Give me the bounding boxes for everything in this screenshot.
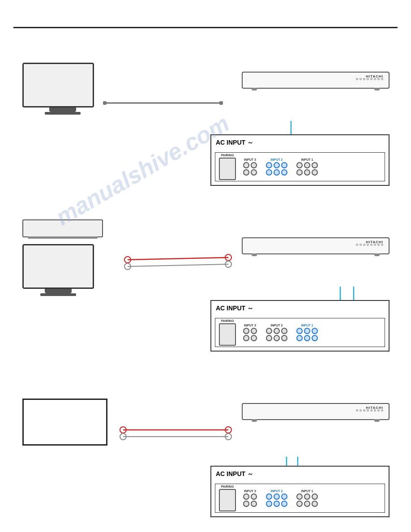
port [296, 501, 303, 507]
input3-group-2: INPUT 3 [243, 324, 257, 341]
dot [360, 409, 362, 412]
dot [377, 244, 380, 246]
port [304, 501, 310, 507]
input2-label-3: INPUT 2 [271, 489, 283, 493]
input3-ports-top-2 [243, 328, 257, 334]
port-blue [274, 493, 280, 500]
input1-ports-top-3 [296, 493, 318, 500]
dvd-player-2 [22, 219, 103, 237]
dot [374, 409, 376, 412]
input1-group-3: INPUT 1 [296, 489, 318, 507]
input2-label-1: INPUT 2 [271, 158, 283, 161]
pairing-btn-2 [219, 323, 236, 346]
hitachi-bar-3: HITACHI [242, 403, 390, 420]
port [274, 328, 280, 334]
port [266, 328, 272, 334]
svg-rect-2 [219, 101, 223, 105]
input3-ports-top-1 [243, 162, 257, 168]
port [243, 493, 249, 500]
foot [252, 88, 257, 90]
port [243, 169, 249, 176]
port [296, 493, 303, 500]
port [312, 169, 318, 176]
port-blue [266, 493, 272, 500]
ac-input-label-2: AC INPUT ～ [216, 305, 253, 313]
svg-point-15 [120, 433, 126, 440]
input3-label-2: INPUT 3 [244, 324, 256, 327]
input1-label-3: INPUT 1 [301, 489, 313, 493]
tv-base-2 [40, 293, 76, 296]
port-blue [274, 169, 280, 176]
tv-screen-1 [22, 63, 94, 107]
input1-ports-top-2 [296, 328, 318, 334]
input2-ports-bottom-2 [266, 335, 287, 341]
input-panel-2: AC INPUT ～ PAIRING INPUT 3 INPUT 2 [210, 300, 390, 352]
panel-inner-2: PAIRING INPUT 3 INPUT 2 [215, 318, 385, 347]
port-blue [266, 501, 272, 507]
dot [360, 78, 362, 80]
port [281, 335, 287, 341]
bar-feet-1 [243, 88, 389, 90]
input1-ports-bottom-3 [296, 501, 318, 507]
input3-ports-bottom-2 [243, 335, 257, 341]
pairing-btn-3 [219, 489, 236, 511]
input1-label-1: INPUT 1 [301, 158, 313, 161]
port [243, 328, 249, 334]
dot [381, 244, 383, 246]
pairing-label-3: PAIRING [221, 485, 234, 488]
tv-base-1 [45, 112, 81, 115]
input3-group-1: INPUT 3 [243, 158, 257, 176]
dot [370, 409, 372, 412]
input2-ports-top-2 [266, 328, 287, 334]
bar-dots-3 [356, 409, 383, 412]
svg-point-7 [124, 263, 131, 270]
port [274, 335, 280, 341]
input1-ports-bottom-1 [296, 169, 318, 176]
port [304, 493, 310, 500]
bar-feet-2 [243, 253, 389, 256]
dot [374, 244, 376, 246]
box-device-3 [22, 399, 107, 446]
dot [377, 78, 380, 80]
port [312, 162, 318, 168]
input2-ports-top-1 [266, 162, 287, 168]
dot [363, 244, 365, 246]
port-blue [281, 162, 287, 168]
svg-line-5 [128, 257, 228, 260]
ac-input-label-1: AC INPUT ～ [216, 139, 253, 147]
port-blue [266, 169, 272, 176]
port [304, 162, 310, 168]
input1-label-2: INPUT 1 [301, 324, 313, 327]
dot [363, 78, 365, 80]
dot [381, 78, 383, 80]
input3-label-3: INPUT 3 [244, 489, 256, 493]
dot [377, 409, 380, 412]
port [251, 162, 257, 168]
pairing-btn-1 [219, 158, 236, 180]
foot [252, 419, 257, 422]
input1-group-2: INPUT 1 [296, 324, 318, 341]
port-blue [281, 169, 287, 176]
input1-ports-top-1 [296, 162, 318, 168]
dot [381, 409, 383, 412]
input2-group-2: INPUT 2 [266, 324, 287, 341]
port [243, 335, 249, 341]
port-blue [281, 493, 287, 500]
port [312, 493, 318, 500]
svg-point-17 [225, 433, 231, 440]
dot [367, 409, 369, 412]
port-blue [266, 162, 272, 168]
port [304, 169, 310, 176]
panel-inner-1: PAIRING INPUT 3 INPUT 2 [215, 152, 385, 181]
port [243, 162, 249, 168]
port [251, 501, 257, 507]
input3-group-3: INPUT 3 [243, 489, 257, 507]
bar-dots-2 [356, 244, 383, 246]
input2-ports-bottom-3 [266, 501, 287, 507]
input-panel-1: AC INPUT ～ PAIRING INPUT 3 INPUT 2 [210, 134, 390, 186]
bar-feet-3 [243, 419, 389, 422]
foot [374, 419, 380, 422]
dot [374, 78, 376, 80]
svg-line-8 [128, 264, 228, 266]
svg-point-6 [225, 254, 231, 261]
